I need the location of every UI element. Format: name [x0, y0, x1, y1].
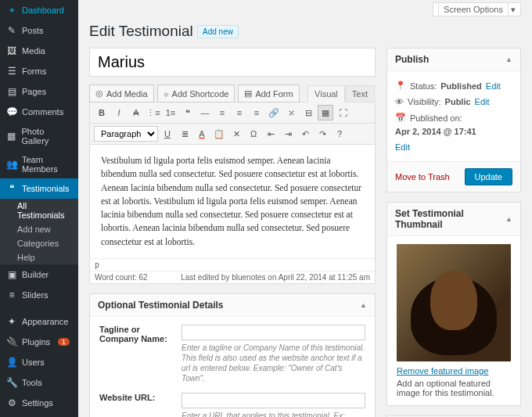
undo-button[interactable]: ↶ [297, 126, 313, 142]
outdent-button[interactable]: ⇤ [263, 126, 279, 142]
link-button[interactable]: 🔗 [266, 105, 282, 120]
menu-icon: 🔌 [6, 336, 17, 347]
align-center-button[interactable]: ≡ [232, 105, 247, 120]
toggle-icon[interactable]: ▲ [505, 215, 512, 223]
textcolor-button[interactable]: A [194, 126, 210, 142]
tab-visual[interactable]: Visual [307, 85, 345, 102]
justify-button[interactable]: ≣ [177, 126, 192, 142]
tab-text[interactable]: Text [345, 85, 375, 102]
form-icon: ▤ [244, 88, 252, 99]
add-form-button[interactable]: ▤Add Form [238, 84, 299, 102]
fullscreen-button[interactable]: ⛶ [335, 105, 350, 120]
menu-icon: ❝ [6, 183, 17, 194]
toggle-icon[interactable]: ▲ [360, 301, 367, 309]
menu-icon: 👤 [6, 357, 17, 368]
edit-visibility[interactable]: Edit [475, 97, 490, 106]
unlink-button[interactable]: ⤫ [283, 105, 299, 120]
sidebar-item-sliders[interactable]: ≡Sliders [0, 285, 78, 305]
menu-icon: 🖼 [6, 45, 17, 56]
menu-icon: ✦ [6, 316, 17, 327]
toggle-icon[interactable]: ▲ [505, 56, 512, 63]
editor-toolbar-2: Paragraph U ≣ A 📋 ✕ Ω ⇤ ⇥ ↶ ↷ ? [90, 124, 375, 145]
add-new-button[interactable]: Add new [197, 25, 239, 38]
thumbnail-caption: Add an optional featured image for this … [397, 379, 511, 397]
edit-status[interactable]: Edit [486, 81, 501, 91]
move-to-trash[interactable]: Move to Trash [395, 172, 450, 182]
url-input[interactable] [182, 393, 365, 408]
sidebar-item-tools[interactable]: 🔧Tools [0, 372, 78, 393]
tagline-help: Enter a tagline or Company Name of this … [182, 343, 365, 383]
redo-button[interactable]: ↷ [315, 126, 330, 142]
editor-toolbar-1: B I A ⋮≡ 1≡ ❝ — ≡ ≡ ≡ 🔗 ⤫ ⊟ ▦ ⛶ [90, 102, 375, 124]
special-char-button[interactable]: Ω [246, 126, 261, 142]
more-button[interactable]: ⊟ [300, 105, 316, 120]
sidebar-item-bne-support[interactable]: ◆BNE Support [0, 413, 78, 417]
url-help: Enter a URL that applies to this testimo… [182, 411, 365, 417]
menu-icon: ▣ [6, 269, 17, 280]
menu-icon: ⌖ [6, 5, 17, 16]
sidebar-item-builder[interactable]: ▣Builder [0, 264, 78, 285]
sidebar-sub-all-testimonials[interactable]: All Testimonials [0, 199, 78, 222]
sidebar-sub-categories[interactable]: Categories [0, 236, 78, 250]
add-media-button[interactable]: ◎Add Media [89, 84, 154, 102]
strike-button[interactable]: A [128, 105, 144, 120]
toolbar-toggle-button[interactable]: ▦ [318, 105, 333, 120]
eye-icon: 👁 [395, 97, 404, 106]
sidebar-sub-add-new[interactable]: Add new [0, 222, 78, 236]
align-right-button[interactable]: ≡ [249, 105, 264, 120]
thumbnail-heading: Set Testimonial Thumbnail [395, 208, 505, 230]
italic-button[interactable]: I [111, 105, 127, 120]
sidebar-item-dashboard[interactable]: ⌖Dashboard [0, 0, 78, 20]
calendar-icon: 📅 [395, 113, 406, 123]
hr-button[interactable]: — [197, 105, 213, 120]
menu-icon: 💬 [6, 106, 17, 117]
align-left-button[interactable]: ≡ [214, 105, 230, 120]
sidebar-item-pages[interactable]: ▤Pages [0, 81, 78, 102]
update-button[interactable]: Update [465, 168, 512, 185]
element-path: p [90, 258, 375, 271]
format-select[interactable]: Paragraph [94, 126, 158, 142]
paste-text-button[interactable]: 📋 [211, 126, 227, 142]
sidebar-item-photo-gallery[interactable]: ▦Photo Gallery [0, 122, 78, 150]
sidebar-item-appearance[interactable]: ✦Appearance [0, 311, 78, 332]
word-count: Word count: 62 [95, 273, 148, 282]
plugins-badge: 1 [58, 338, 70, 346]
camera-icon: ◎ [95, 88, 103, 99]
edit-date[interactable]: Edit [395, 142, 410, 152]
sidebar-sub-help[interactable]: Help [0, 250, 78, 264]
pin-icon: 📍 [395, 81, 406, 91]
screen-options-button[interactable]: Screen Options ▾ [433, 2, 521, 16]
underline-button[interactable]: U [160, 126, 175, 142]
ol-button[interactable]: 1≡ [163, 105, 178, 120]
optional-details-heading: Optional Testimonial Details [98, 300, 223, 311]
remove-featured-image[interactable]: Remove featured image [397, 366, 488, 376]
sidebar-item-comments[interactable]: 💬Comments [0, 102, 78, 122]
editor-content[interactable]: Vestibulum id ligula porta felis euismod… [90, 145, 375, 258]
post-title-input[interactable] [89, 48, 376, 77]
menu-icon: 👥 [6, 159, 17, 170]
code-icon: ⟐ [164, 89, 169, 99]
sidebar-item-forms[interactable]: ☰Forms [0, 61, 78, 81]
sidebar-item-plugins[interactable]: 🔌Plugins1 [0, 332, 78, 352]
clear-format-button[interactable]: ✕ [228, 126, 244, 142]
ul-button[interactable]: ⋮≡ [146, 105, 161, 120]
sidebar-item-team-members[interactable]: 👥Team Members [0, 150, 78, 178]
publish-heading: Publish [395, 54, 429, 65]
menu-icon: ⚙ [6, 397, 17, 408]
menu-icon: 🔧 [6, 377, 17, 388]
help-button[interactable]: ? [332, 126, 347, 142]
quote-button[interactable]: ❝ [180, 105, 196, 120]
featured-image[interactable] [397, 244, 511, 361]
url-label: Website URL: [99, 393, 174, 417]
sidebar-item-media[interactable]: 🖼Media [0, 41, 78, 61]
indent-button[interactable]: ⇥ [280, 126, 296, 142]
bold-button[interactable]: B [94, 105, 110, 120]
sidebar-item-settings[interactable]: ⚙Settings [0, 393, 78, 413]
sidebar-item-users[interactable]: 👤Users [0, 352, 78, 372]
sidebar-item-testimonials[interactable]: ❝Testimonials [0, 178, 78, 199]
menu-icon: ✎ [6, 25, 17, 36]
page-title: Edit Testimonial Add new [89, 23, 521, 40]
sidebar-item-posts[interactable]: ✎Posts [0, 20, 78, 41]
tagline-input[interactable] [182, 325, 365, 340]
add-shortcode-button[interactable]: ⟐Add Shortcode [157, 84, 235, 102]
